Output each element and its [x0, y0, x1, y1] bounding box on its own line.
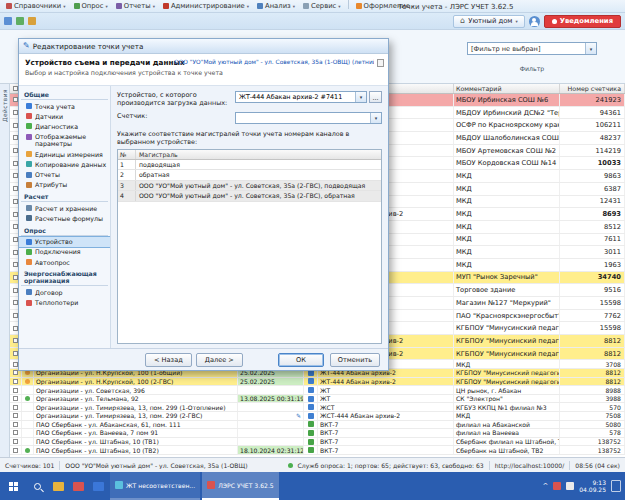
refresh-icon[interactable] — [4, 17, 12, 25]
table-row[interactable]: Организации - ул. Тимирязева, 13, пом. 2… — [10, 403, 625, 412]
row-checkbox[interactable] — [13, 405, 18, 410]
taskbar-window-button[interactable]: ЛЭРС УЧЕТ 3.62.5 — [202, 472, 279, 500]
dialog-nav-item[interactable]: Автоопрос — [19, 257, 110, 267]
actions-side-panel[interactable]: Действия — [0, 84, 10, 457]
pinned-app-red-button[interactable] — [68, 472, 88, 500]
menu-item[interactable]: Администрирование▾ — [159, 0, 253, 12]
dialog-nav-item[interactable]: Копирование данных — [19, 159, 110, 169]
device-name-cell: ВКТ-7 — [318, 446, 454, 454]
mapping-hint: Укажите соответствие магистралей точки у… — [117, 130, 382, 146]
row-checkbox[interactable] — [13, 379, 18, 384]
dialog-nav-item[interactable]: Отчеты — [19, 170, 110, 180]
row-checkbox[interactable] — [13, 396, 18, 401]
dialog-nav-item[interactable]: Теплопотери — [19, 298, 110, 308]
user-icon[interactable] — [529, 16, 540, 27]
export-icon[interactable] — [28, 17, 36, 25]
next-button[interactable]: Далее > — [196, 353, 243, 367]
mapping-row-name: обратная — [136, 170, 381, 180]
dialog-nav-item[interactable]: Подключения — [19, 247, 110, 257]
company-selector[interactable]: ⌂ Уютный дом ▾ — [453, 15, 525, 28]
device-icon — [308, 447, 314, 453]
row-checkbox[interactable] — [13, 448, 18, 453]
row-checkbox[interactable] — [13, 413, 18, 418]
row-checkbox[interactable] — [13, 439, 18, 444]
dialog-nav-item[interactable]: Расчет и хранение — [19, 203, 110, 213]
table-row[interactable]: ПАО Сбербанк - ул. Абаканская, 61, пом. … — [10, 421, 625, 430]
dialog-nav-item[interactable]: Расчетные формулы — [19, 213, 110, 223]
file-explorer-button[interactable] — [48, 472, 68, 500]
add-icon[interactable] — [16, 17, 24, 25]
dialog-nav-item[interactable]: Отображаемые параметры — [19, 132, 110, 149]
ok-button[interactable]: ОК — [278, 353, 324, 367]
dialog-nav-item[interactable]: Устройство — [19, 237, 110, 247]
table-row[interactable]: Организации - ул. Тимирязева, 13, пом. 2… — [10, 412, 625, 421]
mapping-row[interactable]: 3ООО "УО"Мой уютный дом" - ул. Советская… — [118, 181, 381, 192]
nav-item-icon — [26, 113, 32, 119]
dialog-nav-item[interactable]: Договор — [19, 287, 110, 297]
row-checkbox[interactable] — [13, 388, 18, 393]
divider — [59, 461, 60, 470]
dialog-nav-item[interactable]: Точка учета — [19, 101, 110, 111]
comment-cell: КГБПОУ "Минусинский педагогический колле… — [454, 335, 560, 347]
server-address[interactable]: http://localhost:10000/ — [495, 462, 565, 469]
nav-item-icon — [26, 300, 32, 306]
taskbar-clock[interactable]: 9:13 04.09.25 — [579, 479, 606, 493]
counter-number-cell: 5080 — [560, 421, 625, 429]
device-select[interactable]: ЖТ-444 Абакан архив-2 #7411 ▾ — [235, 91, 367, 103]
column-header[interactable]: Номер счетчика — [560, 84, 625, 93]
dialog-nav-item[interactable]: Датчики — [19, 111, 110, 121]
copy-icon[interactable] — [377, 59, 384, 67]
counter-select[interactable]: ▾ — [235, 112, 382, 124]
device-more-button[interactable]: … — [369, 91, 382, 103]
menu-items: Справочники▾Опрос▾Отчеты▾Администрирован… — [2, 0, 418, 12]
row-checkbox[interactable] — [13, 430, 18, 435]
dialog-titlebar[interactable]: ✎ Редактирование точки учета — [19, 39, 388, 54]
table-row[interactable]: ПАО Сбербанк - ул. Штабная, 10 (ТВ2)18.1… — [10, 446, 625, 455]
menu-item[interactable]: Сервис▾ — [299, 0, 345, 12]
table-row[interactable]: ПАО Сбербанк - ул. Штабная, 10 (ТВ1)ВКТ-… — [10, 438, 625, 447]
action-center-icon[interactable] — [611, 480, 621, 492]
dialog-nav-item[interactable]: Диагностика — [19, 121, 110, 131]
last-poll-date-cell — [238, 386, 304, 394]
nav-group-header: Энергоснабжающая организация — [21, 267, 108, 286]
table-row[interactable]: Организации - ул. Тельмана, 9213.08.2025… — [10, 395, 625, 404]
table-row[interactable]: Организации - ул. Н.Крупской, 100 (2-ГВС… — [10, 378, 625, 387]
company-name: Уютный дом — [468, 17, 512, 25]
taskbar-search-button[interactable] — [26, 472, 48, 500]
row-checkbox[interactable] — [13, 422, 18, 427]
mapping-row[interactable]: 4ООО "УО"Мой уютный дом" - ул. Советская… — [118, 191, 381, 202]
context-point-link[interactable]: ООО "УО"Мой уютный дом" - ул. Советская,… — [174, 59, 374, 65]
column-header[interactable]: Комментарий — [454, 84, 560, 93]
dialog-nav-item[interactable]: Атрибуты — [19, 180, 110, 190]
filter-select[interactable]: [Фильтр не выбран] ▾ — [467, 42, 597, 55]
menu-item-icon — [116, 3, 122, 9]
pinned-app-blue-button[interactable] — [88, 472, 108, 500]
mapping-row[interactable]: 1подводящая — [118, 160, 381, 171]
mapping-row[interactable]: 2обратная — [118, 170, 381, 181]
table-row[interactable]: Организации - ул. Советская, 396ЖТЦН рын… — [10, 386, 625, 395]
row-checkbox[interactable] — [13, 370, 18, 375]
selection-status: ООО "УО"Мой уютный дом" - ул. Советская,… — [65, 462, 247, 469]
row-checkbox-cell — [10, 421, 22, 429]
cancel-button[interactable]: Отменить — [330, 353, 380, 367]
comment-cell: МУП "Рынок Заречный" — [454, 272, 560, 284]
counter-number-cell: 15598 — [560, 297, 625, 309]
menu-item[interactable]: Анализ▾ — [253, 0, 299, 12]
tray-white-icon[interactable] — [566, 482, 574, 490]
table-row[interactable]: ПАО Сбербанк - ул. Ванеева, 7 пом 91ВКТ-… — [10, 429, 625, 438]
tray-expand-icon[interactable]: ^ — [542, 482, 548, 490]
back-button[interactable]: < Назад — [145, 353, 192, 367]
mapping-row-number: 2 — [118, 170, 136, 180]
notifications-button[interactable]: Уведомления — [544, 15, 621, 28]
row-status-cell — [22, 395, 34, 403]
tray-red-icon[interactable] — [553, 482, 561, 490]
nav-item-icon — [26, 289, 32, 295]
start-button[interactable] — [0, 472, 26, 500]
menu-item[interactable]: Опрос▾ — [70, 0, 112, 12]
menu-item[interactable]: Отчеты▾ — [112, 0, 159, 12]
menu-item[interactable]: Справочники▾ — [2, 0, 70, 12]
nav-item-label: Точка учета — [35, 103, 75, 110]
device-icon — [308, 396, 314, 402]
dialog-nav-item[interactable]: Единицы измерения — [19, 149, 110, 159]
taskbar-window-button[interactable]: ЖТ несоответствен... — [110, 472, 200, 500]
